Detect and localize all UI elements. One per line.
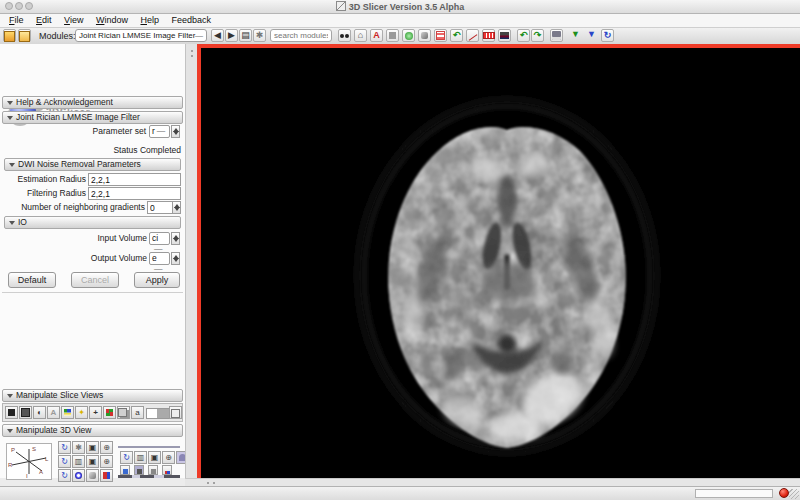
slice-bg-button[interactable] xyxy=(19,406,32,419)
gradients-label: Number of neighboring gradients xyxy=(0,201,145,214)
gradients-spinner[interactable] xyxy=(172,201,181,214)
menu-view[interactable]: View xyxy=(59,14,88,26)
apply-button[interactable]: Apply xyxy=(134,272,180,288)
input-volume-spinner[interactable] xyxy=(171,232,180,245)
view3d-zoomin-button[interactable]: ⊕ xyxy=(100,441,113,454)
view3d-stereo-button[interactable] xyxy=(100,469,113,482)
view3d-section-header[interactable]: Manipulate 3D View xyxy=(2,424,183,437)
view3d-slider[interactable] xyxy=(118,475,180,478)
tractography-module-button[interactable] xyxy=(434,29,447,42)
slice-annotation-button[interactable]: A xyxy=(47,406,60,419)
models-module-button[interactable] xyxy=(418,29,431,42)
slice-fit-button[interactable] xyxy=(5,406,18,419)
estimation-radius-input[interactable] xyxy=(88,173,181,186)
bottom-splitter[interactable] xyxy=(185,478,800,486)
save-data-button[interactable] xyxy=(550,29,563,42)
view3d-select-button[interactable] xyxy=(86,469,99,482)
load-volume-button[interactable]: ▼ xyxy=(569,29,582,42)
view3d-magnify-button[interactable]: ⊕ xyxy=(162,451,175,464)
slice-grid-button[interactable] xyxy=(103,406,116,419)
view3d-rotate2-button[interactable]: ↻ xyxy=(120,451,133,464)
module-next-button[interactable]: ▶ xyxy=(225,29,238,42)
camera-icon: ▣ xyxy=(151,453,159,462)
dwi-section-header[interactable]: DWI Noise Removal Parameters xyxy=(4,158,181,171)
save-scene-button[interactable] xyxy=(18,29,31,42)
binoculars-icon xyxy=(340,34,344,38)
mini-icon xyxy=(123,469,128,474)
module-refresh-button[interactable]: ✱ xyxy=(253,29,266,42)
slice-link-button[interactable] xyxy=(169,406,182,419)
slice-star-button[interactable]: ✦ xyxy=(75,406,88,419)
view3d-spin-button[interactable]: ✱ xyxy=(72,441,85,454)
menu-feedback[interactable]: Feedback xyxy=(167,14,217,26)
view3d-camera-button[interactable]: ▣ xyxy=(86,441,99,454)
annotations-button[interactable] xyxy=(466,29,479,42)
load-dwi-button[interactable]: ▼ xyxy=(585,29,598,42)
slice-label-button[interactable]: a xyxy=(131,406,144,419)
slice-layout-button[interactable] xyxy=(61,406,74,419)
output-volume-spinner[interactable] xyxy=(171,252,180,265)
input-volume-combo[interactable]: ci— xyxy=(149,232,170,245)
layout-colors-icon xyxy=(64,409,71,416)
menu-window[interactable]: Window xyxy=(91,14,133,26)
module-search-input[interactable] xyxy=(270,29,332,42)
crosshair-icon: + xyxy=(93,408,98,417)
gradients-input[interactable] xyxy=(147,201,173,214)
redo-button[interactable]: ↷ xyxy=(531,29,544,42)
slice-compare-button[interactable] xyxy=(117,406,130,419)
menu-file[interactable]: File xyxy=(4,14,29,26)
green-arrow-icon: ↶ xyxy=(453,30,461,40)
clip-icon: ▥ xyxy=(137,453,145,462)
view3d-small3-button[interactable] xyxy=(148,465,158,475)
home-module-button[interactable]: ⌂ xyxy=(354,29,367,42)
sync-button[interactable]: ↻ xyxy=(601,29,614,42)
module-selector[interactable]: — Joint Rician LMMSE Image Filter xyxy=(75,29,207,42)
status-bar xyxy=(0,486,800,500)
home-icon: ⌂ xyxy=(358,30,363,40)
view3d-record-button[interactable]: ▣ xyxy=(148,451,161,464)
fiducials-module-button[interactable]: A xyxy=(370,29,383,42)
next-arrow-icon: ▶ xyxy=(228,30,235,40)
view3d-small4-button[interactable] xyxy=(162,465,172,475)
slice-crosshair-button[interactable]: + xyxy=(89,406,102,419)
load-scene-button[interactable] xyxy=(3,29,16,42)
view3d-small2-button[interactable] xyxy=(134,465,144,475)
view3d-box-button[interactable]: ▥ xyxy=(72,455,85,468)
help-section-header[interactable]: Help & Acknowledgement xyxy=(2,96,183,109)
view3d-clip-button[interactable]: ▥ xyxy=(134,451,147,464)
cancel-button[interactable]: Cancel xyxy=(71,272,119,288)
estimation-radius-label: Estimation Radius xyxy=(0,173,86,186)
find-modules-button[interactable] xyxy=(338,29,351,42)
view3d-roll-button[interactable]: ↻ xyxy=(58,455,71,468)
snapshot-button[interactable]: ↶ xyxy=(450,29,463,42)
default-button[interactable]: Default xyxy=(8,272,56,288)
slice-views-section-header[interactable]: Manipulate Slice Views xyxy=(2,389,183,402)
parameter-set-label: Parameter set xyxy=(0,125,146,138)
view3d-look-button[interactable]: ↻ xyxy=(58,469,71,482)
screenshot-button[interactable] xyxy=(498,29,511,42)
undo-button[interactable]: ↶ xyxy=(517,29,530,42)
roi-module-button[interactable] xyxy=(386,29,399,42)
parameter-set-spinner[interactable] xyxy=(171,125,180,138)
output-volume-combo[interactable]: e— xyxy=(149,252,170,265)
view3d-zoomout-button[interactable]: ⊕ xyxy=(100,455,113,468)
menu-help[interactable]: Help xyxy=(135,14,164,26)
volumes-module-button[interactable] xyxy=(402,29,415,42)
module-history-button[interactable]: ▤ xyxy=(239,29,252,42)
view3d-pitch-button[interactable]: ↻ xyxy=(58,441,71,454)
view3d-axes-widget[interactable]: P S L A I R xyxy=(6,443,52,480)
filter-section-header[interactable]: Joint Rician LMMSE Image Filter xyxy=(2,111,183,124)
ruler-button[interactable] xyxy=(482,29,495,42)
parameter-set-combo[interactable]: r— xyxy=(149,125,170,138)
slice-toggle-button[interactable]: ◐ xyxy=(33,406,46,419)
io-section-header[interactable]: IO xyxy=(4,216,181,229)
error-log-icon[interactable] xyxy=(779,488,789,498)
filtering-radius-input[interactable] xyxy=(88,187,181,200)
view3d-small1-button[interactable] xyxy=(120,465,130,475)
view3d-eye-button[interactable] xyxy=(72,469,85,482)
menu-edit[interactable]: Edit xyxy=(31,14,57,26)
resize-grip-icon[interactable] xyxy=(789,489,799,499)
view3d-snapshot-button[interactable]: ▣ xyxy=(86,455,99,468)
module-prev-button[interactable]: ◀ xyxy=(211,29,224,42)
slice-viewport[interactable] xyxy=(201,48,800,478)
